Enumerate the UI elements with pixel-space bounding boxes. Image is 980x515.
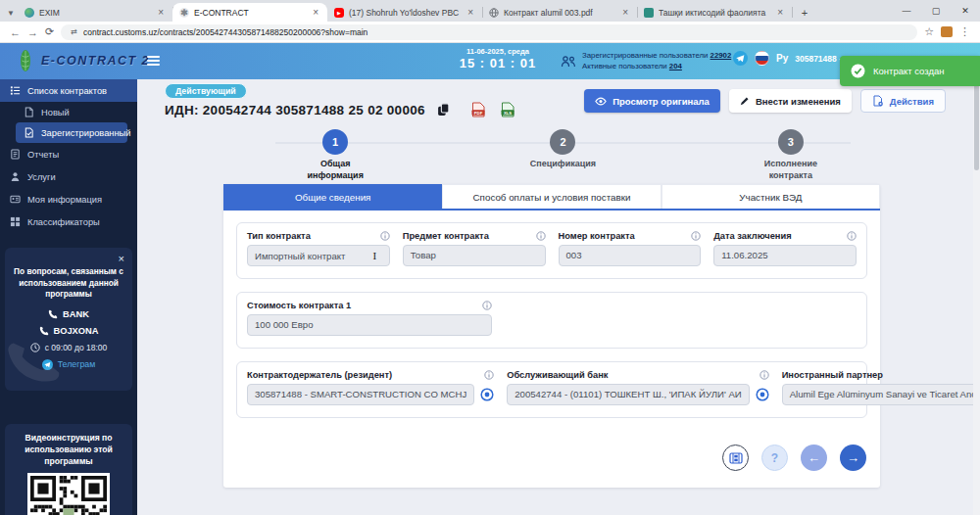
language-flag-ru-icon[interactable] <box>755 51 769 66</box>
window-maximize-button[interactable]: ▢ <box>921 6 951 16</box>
sidebar-item[interactable]: Моя информация <box>0 188 137 211</box>
browser-tab-bar: ▼ EXIM × ✱ E-CONTRACT × ▶ (17) Shohruh Y… <box>0 0 980 22</box>
telegram-icon[interactable] <box>733 51 748 66</box>
field-group: Контрактодержатель (резидент) 305871488 … <box>236 361 867 418</box>
arrow-right-icon: → <box>847 450 859 465</box>
browser-tab[interactable]: EXIM × <box>18 3 172 22</box>
forward-icon[interactable]: → <box>27 26 38 38</box>
app-logo[interactable]: E-CONTRACT 2 <box>41 54 150 68</box>
sidebar-item[interactable]: Список контрактов <box>0 79 137 102</box>
download-xls-icon[interactable]: XLS <box>501 102 514 117</box>
actions-button[interactable]: Действия <box>860 89 946 113</box>
contract-type-input[interactable]: Импортный контрактI <box>247 245 390 266</box>
sidebar-item-label: Зарегистрированный <box>41 128 130 138</box>
econtract-favicon: ✱ <box>179 8 189 18</box>
qr-code <box>27 473 110 515</box>
site-permissions-icon[interactable]: ⇄ <box>71 27 77 36</box>
foreign-partner-input[interactable]: Alumil Ege Alüminyum Sanayi ve Ticaret A… <box>782 384 980 405</box>
registered-users-count[interactable]: 22902 <box>710 51 732 60</box>
support-phone-bojxona[interactable]: BOJXONA <box>13 326 124 336</box>
user-stats: Зарегистрированные пользователи 22902 Ак… <box>561 51 731 71</box>
previous-step-button[interactable]: ← <box>801 445 827 471</box>
info-icon <box>847 231 857 241</box>
language-selector[interactable]: Ру <box>776 53 788 64</box>
close-icon[interactable]: × <box>119 253 124 264</box>
field-label: Стоимость контракта 1 <box>247 301 351 310</box>
bookmark-star-icon[interactable]: ☆ <box>924 25 934 38</box>
sidebar-item[interactable]: Новый <box>16 102 137 122</box>
browser-tab[interactable]: Контракт alumil 003.pdf × <box>482 3 637 22</box>
content-tab[interactable]: Общие сведения <box>223 184 442 209</box>
contract-date-input[interactable]: 11.06.2025 <box>713 245 857 266</box>
content-tab[interactable]: Способ оплаты и условия поставки <box>442 184 661 209</box>
field-contract-subject: Предмет контракта Товар <box>403 231 546 266</box>
toast-notification[interactable]: Контракт создан <box>840 56 980 86</box>
browser-tab[interactable]: Ташқи иктисодий фаолията × <box>637 3 792 22</box>
back-icon[interactable]: ← <box>10 26 21 38</box>
active-users-count[interactable]: 204 <box>669 62 682 70</box>
active-users-label: Активные пользователи <box>582 62 667 70</box>
current-time: 15 : 01 : 01 <box>439 56 557 70</box>
view-original-button[interactable]: Просмотр оригинала <box>584 89 720 113</box>
step-2[interactable]: 2 Спецификация <box>449 129 676 181</box>
contract-value-input[interactable]: 100 000 Евро <box>247 314 492 336</box>
video-help-button[interactable] <box>722 445 749 471</box>
step-1[interactable]: 1 Общая информация <box>221 129 449 181</box>
info-icon <box>536 231 546 241</box>
field-group: Стоимость контракта 1 100 000 Евро <box>236 292 867 349</box>
datetime-display: 11-06-2025, среда 15 : 01 : 01 <box>439 47 557 70</box>
tab-close-icon[interactable]: × <box>620 7 630 18</box>
field-contract-type: Тип контракта Импортный контрактI <box>247 231 390 266</box>
status-badge: Действующий <box>165 83 247 99</box>
copy-icon[interactable] <box>437 103 450 117</box>
report-icon <box>10 149 21 160</box>
scrollbar-thumb[interactable] <box>974 84 979 170</box>
browser-url-bar: ← → ⟳ ⇄ contract.customs.uz/contracts/20… <box>0 22 980 43</box>
browser-tab[interactable]: ✱ E-CONTRACT × <box>172 3 327 22</box>
step-number: 2 <box>550 129 575 155</box>
tab-close-icon[interactable]: × <box>466 7 475 18</box>
view-details-button[interactable] <box>756 388 769 401</box>
video-instruction-panel: Видеоинструкция по использованию этой пр… <box>5 424 132 515</box>
next-step-button[interactable]: → <box>840 445 866 471</box>
reload-icon[interactable]: ⟳ <box>45 25 54 38</box>
contract-number-input[interactable]: 003 <box>559 245 702 266</box>
contract-holder-input[interactable]: 305871488 - SMART-CONSTRUCTION CO MCHJ <box>247 384 474 405</box>
extension-icon[interactable] <box>941 26 953 37</box>
view-details-button[interactable] <box>480 388 494 401</box>
menu-hamburger-icon[interactable] <box>147 56 160 68</box>
download-pdf-icon[interactable]: PDF <box>471 102 485 117</box>
tab-close-icon[interactable]: × <box>775 7 785 18</box>
exim-favicon <box>24 8 34 18</box>
browser-tab[interactable]: ▶ (17) Shohruh Yo'ldoshev PBC × <box>327 3 482 22</box>
field-group: Тип контракта Импортный контрактI Предме… <box>236 222 867 279</box>
servicing-bank-input[interactable]: 200542744 - (01101) ТОШКЕНТ Ш., 'ИПАК ЙУ… <box>507 384 749 405</box>
support-text: По вопросам, связанным с использованием … <box>13 266 124 301</box>
tab-search-chevron-icon[interactable]: ▼ <box>4 4 18 22</box>
field-contract-value: Стоимость контракта 1 100 000 Евро <box>247 301 492 336</box>
contract-subject-input[interactable]: Товар <box>403 245 546 266</box>
new-tab-button[interactable]: + <box>796 4 813 22</box>
registered-users-label: Зарегистрированные пользователи <box>582 51 708 60</box>
window-minimize-button[interactable]: — <box>892 6 921 16</box>
step-3[interactable]: 3 Исполнение контракта <box>677 129 905 181</box>
make-changes-button[interactable]: Внести изменения <box>729 89 852 113</box>
sidebar-item[interactable]: Классификаторы <box>0 211 137 233</box>
sidebar-item[interactable]: Отчеты <box>0 143 137 165</box>
tab-close-icon[interactable]: × <box>311 7 320 18</box>
browser-menu-kebab-icon[interactable]: ⋮ <box>959 25 970 38</box>
help-button[interactable]: ? <box>761 445 788 471</box>
phone-watermark-icon <box>2 331 65 394</box>
info-icon <box>380 231 390 241</box>
address-bar[interactable]: ⇄ contract.customs.uz/contracts/20054274… <box>61 24 917 40</box>
sidebar-item[interactable]: Зарегистрированный <box>16 122 127 143</box>
window-close-button[interactable]: ✕ <box>951 6 980 16</box>
file-check-icon <box>24 127 34 138</box>
tab-close-icon[interactable]: × <box>156 7 166 18</box>
sidebar-item[interactable]: Услуги <box>0 165 137 188</box>
page-scrollbar[interactable] <box>973 79 980 515</box>
support-phone-bank[interactable]: BANK <box>13 309 124 319</box>
content-tab[interactable]: Участник ВЭД <box>662 184 880 209</box>
contract-card: Общие сведенияСпособ оплаты и условия по… <box>223 184 880 488</box>
field-foreign-partner: Иностранный партнер Alumil Ege Alüminyum… <box>782 370 980 405</box>
